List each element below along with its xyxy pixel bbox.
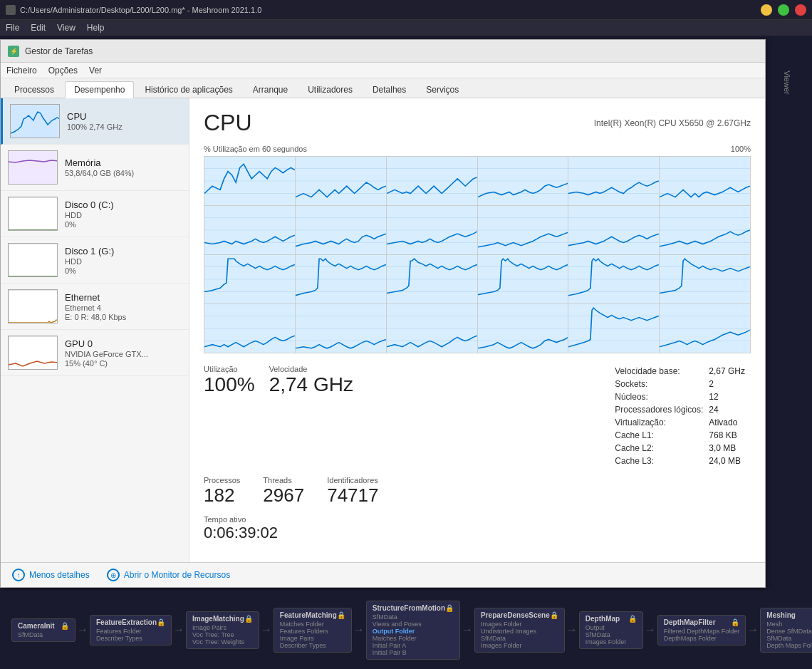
utilization-label: Utilização xyxy=(204,365,255,373)
sidebar-cpu-name: CPU xyxy=(67,111,182,122)
sidebar-ethernet-name: Ethernet xyxy=(65,292,182,303)
pipeline-node-feature-extraction[interactable]: FeatureExtraction 🔒 Features Folder Desc… xyxy=(90,615,172,645)
pipeline-node-depthmap[interactable]: DepthMap 🔒 Output SfMData Images Folder xyxy=(579,611,643,649)
svg-rect-5 xyxy=(9,336,58,370)
tm-sidebar: CPU 100% 2,74 GHz Memória 53,8/64,0 GB (… xyxy=(1,98,189,562)
arrow-1: → xyxy=(76,623,90,636)
tab-desempenho[interactable]: Desempenho xyxy=(65,81,134,98)
sidebar-gpu-sub2: 15% (40° C) xyxy=(65,359,182,368)
right-stats-table: Velocidade base: 2,67 GHz Sockets: 2 Núc… xyxy=(615,365,751,467)
tm-menu-ficheiro[interactable]: Ficheiro xyxy=(6,66,37,76)
pipeline-node-image-matching[interactable]: ImageMatching 🔒 Image Pairs Voc Tree: Tr… xyxy=(186,611,259,649)
menu-file[interactable]: File xyxy=(6,23,19,33)
sidebar-cpu-chart xyxy=(10,104,60,138)
spec-row-6: Cache L2: 3,0 MB xyxy=(615,442,751,455)
spec-row-5: Cache L1: 768 KB xyxy=(615,429,751,442)
spec-row-2: Núcleos: 12 xyxy=(615,390,751,403)
spec-row-7: Cache L3: 24,0 MB xyxy=(615,455,751,467)
title-bar: C:/Users/Administrator/Desktop/L200/L200… xyxy=(0,0,812,20)
sidebar-ethernet-info: Ethernet Ethernet 4 E: 0 R: 48,0 Kbps xyxy=(65,292,182,321)
menu-help[interactable]: Help xyxy=(87,23,105,33)
sidebar-item-memory[interactable]: Memória 53,8/64,0 GB (84%) xyxy=(1,145,189,191)
cpu-cell-3 xyxy=(387,157,477,205)
tm-footer: ↑ Menos detalhes ⊕ Abrir o Monitor de Re… xyxy=(1,562,765,587)
uptime-section: Tempo ativo 0:06:39:02 xyxy=(204,515,751,542)
process-stats-row: Processos 182 Threads 2967 Identificador… xyxy=(204,476,751,507)
pipeline-node-depthmap-filter[interactable]: DepthMapFilter 🔒 Filtered DepthMaps Fold… xyxy=(657,615,746,645)
monitor-button[interactable]: ⊕ Abrir o Monitor de Recursos xyxy=(107,569,230,581)
spec-row-0: Velocidade base: 2,67 GHz xyxy=(615,365,751,378)
sidebar-memory-chart xyxy=(8,150,58,185)
node-title-camerainit: CameraInit 🔒 xyxy=(18,622,69,630)
tm-menu-bar: Ficheiro Opções Ver xyxy=(1,63,765,78)
sidebar-disk1-chart xyxy=(8,243,58,277)
tab-detalhes[interactable]: Detalhes xyxy=(363,81,415,98)
spec-label-2: Núcleos: xyxy=(615,390,709,403)
spec-row-1: Sockets: 2 xyxy=(615,378,751,390)
menu-edit[interactable]: Edit xyxy=(31,23,46,33)
cpu-cell-4 xyxy=(478,157,568,205)
sidebar-disk1-pct: 0% xyxy=(65,266,182,275)
tm-body: CPU 100% 2,74 GHz Memória 53,8/64,0 GB (… xyxy=(1,98,765,562)
main-title: CPU xyxy=(204,110,252,136)
maximize-button[interactable] xyxy=(778,4,789,16)
sidebar-item-gpu[interactable]: GPU 0 NVIDIA GeForce GTX... 15% (40° C) xyxy=(1,330,189,376)
spec-label-0: Velocidade base: xyxy=(615,365,709,378)
cpu-cell-23 xyxy=(568,304,659,353)
cpu-grid xyxy=(204,156,751,353)
arrow-7: → xyxy=(643,623,657,636)
tm-menu-opcoes[interactable]: Opções xyxy=(48,66,78,76)
sidebar-item-cpu[interactable]: CPU 100% 2,74 GHz xyxy=(1,98,189,145)
cpu-cell-14 xyxy=(296,255,386,304)
close-button[interactable] xyxy=(795,4,806,16)
tab-utilizadores[interactable]: Utilizadores xyxy=(298,81,362,98)
pipeline-node-meshing[interactable]: Meshing 🔒 Mesh Dense SfMData SfMData Dep… xyxy=(760,608,812,653)
pipeline-node-sfm[interactable]: StructureFromMotion 🔒 SfMData Views and … xyxy=(366,601,460,660)
sidebar-gpu-name: GPU 0 xyxy=(65,338,182,349)
pipeline-node-feature-matching[interactable]: FeatureMatching 🔒 Matches Folder Feature… xyxy=(274,608,352,653)
sidebar-disk1-name: Disco 1 (G:) xyxy=(65,246,182,256)
uptime-value: 0:06:39:02 xyxy=(204,524,751,542)
tab-historico[interactable]: Histórico de aplicações xyxy=(135,81,241,98)
chart-label-text: % Utilização em 60 segundos xyxy=(204,145,307,153)
tm-title-label: Gestor de Tarefas xyxy=(25,46,93,56)
cpu-cell-17 xyxy=(568,255,659,304)
window-title: C:/Users/Administrator/Desktop/L200/L200… xyxy=(20,6,261,14)
arrow-8: → xyxy=(746,623,760,636)
main-header: CPU Intel(R) Xeon(R) CPU X5650 @ 2.67GHz xyxy=(204,110,751,136)
sidebar-item-disk1[interactable]: Disco 1 (G:) HDD 0% xyxy=(1,237,189,284)
meshroom-menu: File Edit View Help xyxy=(0,20,812,36)
spec-label-5: Cache L1: xyxy=(615,429,709,442)
tab-processos[interactable]: Processos xyxy=(5,81,63,98)
utilization-value: 100% xyxy=(204,373,255,396)
pipeline-node-prepare-dense[interactable]: PrepareDenseScene 🔒 Images Folder Undist… xyxy=(474,608,565,653)
sidebar-disk0-chart xyxy=(8,197,58,231)
minimize-button[interactable] xyxy=(761,4,772,16)
menu-view[interactable]: View xyxy=(57,23,76,33)
speed-label: Velocidade xyxy=(269,365,353,373)
spec-row-3: Processadores lógicos: 24 xyxy=(615,403,751,416)
spec-value-4: Ativado xyxy=(709,416,751,429)
less-details-button[interactable]: ↑ Menos detalhes xyxy=(12,569,90,581)
cpu-cell-21 xyxy=(387,304,477,353)
tab-arranque[interactable]: Arranque xyxy=(244,81,297,98)
cpu-cell-13 xyxy=(204,255,295,304)
tab-servicos[interactable]: Serviços xyxy=(417,81,468,98)
arrow-2: → xyxy=(172,623,186,636)
sidebar-item-disk0[interactable]: Disco 0 (C:) HDD 0% xyxy=(1,191,189,237)
spec-value-5: 768 KB xyxy=(709,429,751,442)
cpu-cell-12 xyxy=(660,206,750,254)
sidebar-disk0-name: Disco 0 (C:) xyxy=(65,199,182,210)
sidebar-item-ethernet[interactable]: Ethernet Ethernet 4 E: 0 R: 48,0 Kbps xyxy=(1,284,189,330)
uptime-label: Tempo ativo xyxy=(204,515,751,524)
cpu-cell-22 xyxy=(478,304,568,353)
pipeline-node-camerainit[interactable]: CameraInit 🔒 SfMData xyxy=(11,618,76,642)
threads-label: Threads xyxy=(263,476,304,484)
processes-label: Processos xyxy=(204,476,240,484)
sidebar-memory-name: Memória xyxy=(65,157,182,168)
spec-row-4: Virtualização: Ativado xyxy=(615,416,751,429)
spec-value-7: 24,0 MB xyxy=(709,455,751,467)
cpu-cell-7 xyxy=(204,206,295,254)
sidebar-disk0-pct: 0% xyxy=(65,220,182,229)
tm-menu-ver[interactable]: Ver xyxy=(89,66,102,76)
